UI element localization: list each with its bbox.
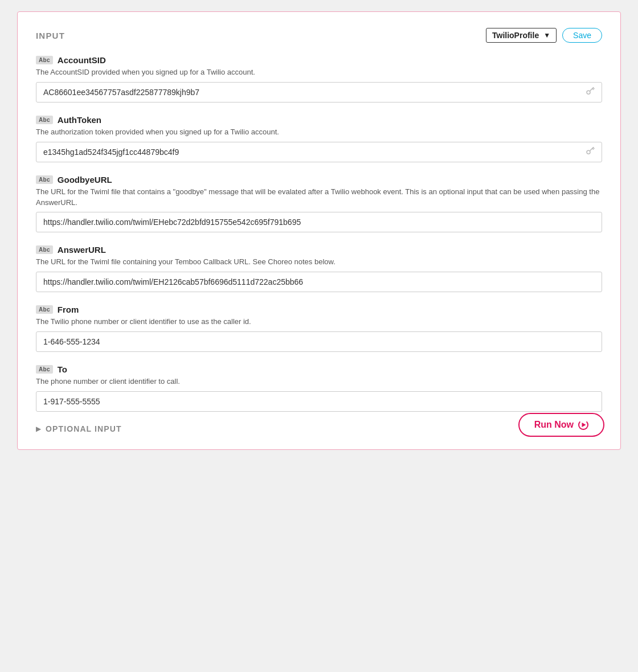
chevron-down-icon: ▼ xyxy=(543,31,550,39)
profile-select[interactable]: TwilioProfile ▼ xyxy=(486,28,557,43)
optional-input-section[interactable]: ▶ OPTIONAL INPUT xyxy=(36,424,602,433)
field-label-row-from: AbcFrom xyxy=(36,305,602,314)
field-block-auth-token: AbcAuthTokenThe authorization token prov… xyxy=(36,115,602,162)
abc-badge-answer-url: Abc xyxy=(36,245,53,254)
field-input-wrapper-account-sid xyxy=(36,82,602,103)
field-name-auth-token: AuthToken xyxy=(58,115,101,125)
field-name-to: To xyxy=(58,364,67,374)
field-input-to[interactable] xyxy=(36,391,602,412)
chevron-right-icon: ▶ xyxy=(36,425,41,433)
field-block-to: AbcToThe phone number or client identifi… xyxy=(36,364,602,412)
abc-badge-account-sid: Abc xyxy=(36,56,53,64)
field-description-account-sid: The AccountSID provided when you signed … xyxy=(36,67,602,78)
header-row: INPUT TwilioProfile ▼ Save xyxy=(36,28,602,43)
field-description-goodbye-url: The URL for the Twiml file that contains… xyxy=(36,187,602,208)
field-description-from: The Twilio phone number or client identi… xyxy=(36,317,602,327)
save-button[interactable]: Save xyxy=(562,28,602,43)
field-input-wrapper-auth-token xyxy=(36,142,602,162)
abc-badge-from: Abc xyxy=(36,305,53,314)
field-label-row-auth-token: AbcAuthToken xyxy=(36,115,602,125)
fields-container: AbcAccountSIDThe AccountSID provided whe… xyxy=(36,55,602,412)
field-block-account-sid: AbcAccountSIDThe AccountSID provided whe… xyxy=(36,55,602,103)
field-input-auth-token[interactable] xyxy=(36,142,602,162)
field-input-answer-url[interactable] xyxy=(36,272,602,292)
field-description-to: The phone number or client identifier to… xyxy=(36,376,602,387)
abc-badge-goodbye-url: Abc xyxy=(36,175,53,184)
page-title: INPUT xyxy=(36,31,65,40)
field-block-from: AbcFromThe Twilio phone number or client… xyxy=(36,305,602,352)
field-input-goodbye-url[interactable] xyxy=(36,212,602,232)
field-input-wrapper-answer-url xyxy=(36,272,602,292)
field-input-account-sid[interactable] xyxy=(36,82,602,103)
field-input-wrapper-from xyxy=(36,331,602,352)
abc-badge-auth-token: Abc xyxy=(36,116,53,124)
main-card: INPUT TwilioProfile ▼ Save AbcAccountSID… xyxy=(17,11,621,450)
field-name-from: From xyxy=(58,305,79,314)
abc-badge-to: Abc xyxy=(36,365,53,374)
field-block-goodbye-url: AbcGoodbyeURLThe URL for the Twiml file … xyxy=(36,175,602,233)
optional-label: OPTIONAL INPUT xyxy=(46,424,122,433)
header-right: TwilioProfile ▼ Save xyxy=(486,28,602,43)
field-input-wrapper-to xyxy=(36,391,602,412)
profile-select-label: TwilioProfile xyxy=(492,31,539,40)
run-icon xyxy=(578,420,588,430)
field-label-row-answer-url: AbcAnswerURL xyxy=(36,245,602,255)
field-block-answer-url: AbcAnswerURLThe URL for the Twiml file c… xyxy=(36,245,602,292)
field-name-account-sid: AccountSID xyxy=(58,55,106,65)
field-label-row-goodbye-url: AbcGoodbyeURL xyxy=(36,175,602,185)
run-now-button[interactable]: Run Now xyxy=(518,413,604,437)
field-label-row-to: AbcTo xyxy=(36,364,602,374)
field-input-wrapper-goodbye-url xyxy=(36,212,602,232)
field-label-row-account-sid: AbcAccountSID xyxy=(36,55,602,65)
field-name-answer-url: AnswerURL xyxy=(58,245,106,255)
field-description-auth-token: The authorization token provided when yo… xyxy=(36,127,602,138)
field-description-answer-url: The URL for the Twiml file containing yo… xyxy=(36,257,602,268)
field-input-from[interactable] xyxy=(36,331,602,352)
run-now-label: Run Now xyxy=(534,420,574,430)
field-name-goodbye-url: GoodbyeURL xyxy=(58,175,112,185)
